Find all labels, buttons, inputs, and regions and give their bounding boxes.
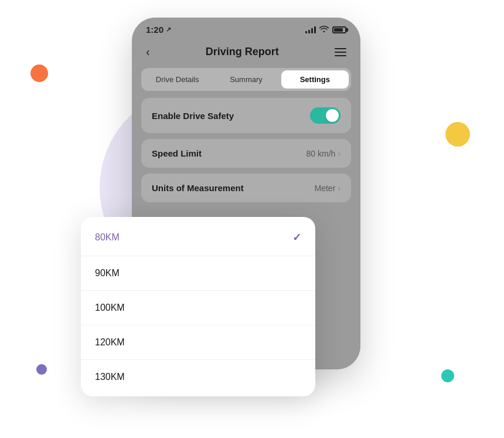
dropdown-label-130km: 130KM xyxy=(95,372,125,382)
battery-icon xyxy=(332,26,346,33)
time-label: 1:20 xyxy=(146,25,164,35)
deco-dot-purple xyxy=(36,364,47,375)
tab-summary[interactable]: Summary xyxy=(212,70,280,89)
speed-limit-dropdown: 80KM ✓ 90KM 100KM 120KM 130KM xyxy=(81,217,315,396)
dropdown-item-120km[interactable]: 120KM xyxy=(81,325,315,360)
signal-icon xyxy=(305,26,316,33)
back-button[interactable]: ‹ xyxy=(144,43,152,61)
drive-safety-label: Enable Drive Safety xyxy=(152,111,234,121)
tab-drive-details[interactable]: Drive Details xyxy=(144,70,211,89)
toggle-knob xyxy=(326,109,339,122)
dropdown-label-80km: 80KM xyxy=(95,232,120,243)
location-arrow-icon: ↗ xyxy=(166,26,171,33)
status-icons xyxy=(305,25,346,34)
speed-limit-label: Speed Limit xyxy=(152,148,202,158)
dropdown-label-100km: 100KM xyxy=(95,303,125,313)
deco-dot-orange xyxy=(30,64,48,82)
settings-row-units[interactable]: Units of Measurement Meter › xyxy=(141,174,351,202)
tab-bar: Drive Details Summary Settings xyxy=(141,68,351,91)
menu-button[interactable] xyxy=(332,46,349,59)
chevron-right-icon: › xyxy=(338,149,340,158)
dropdown-item-80km[interactable]: 80KM ✓ xyxy=(81,219,315,256)
drive-safety-toggle[interactable] xyxy=(310,107,340,124)
phone-header: ‹ Driving Report xyxy=(132,38,360,68)
units-label: Units of Measurement xyxy=(152,183,244,193)
chevron-right-icon-2: › xyxy=(338,184,340,193)
deco-dot-yellow xyxy=(445,122,470,147)
dropdown-item-90km[interactable]: 90KM xyxy=(81,256,315,291)
settings-row-speed-limit[interactable]: Speed Limit 80 km/h › xyxy=(141,139,351,168)
status-time: 1:20 ↗ xyxy=(146,25,171,35)
deco-dot-teal xyxy=(441,369,454,382)
speed-limit-value: 80 km/h › xyxy=(307,149,340,158)
dropdown-label-120km: 120KM xyxy=(95,337,125,348)
settings-content: Enable Drive Safety Speed Limit 80 km/h … xyxy=(132,98,360,202)
status-bar: 1:20 ↗ xyxy=(132,18,360,38)
wifi-icon xyxy=(319,25,329,34)
units-value: Meter › xyxy=(315,184,340,193)
dropdown-item-130km[interactable]: 130KM xyxy=(81,360,315,394)
dropdown-item-100km[interactable]: 100KM xyxy=(81,291,315,325)
checkmark-icon: ✓ xyxy=(292,231,301,244)
dropdown-label-90km: 90KM xyxy=(95,268,120,279)
page-title: Driving Report xyxy=(206,46,279,58)
tab-settings[interactable]: Settings xyxy=(281,70,349,89)
settings-row-drive-safety: Enable Drive Safety xyxy=(141,98,351,133)
